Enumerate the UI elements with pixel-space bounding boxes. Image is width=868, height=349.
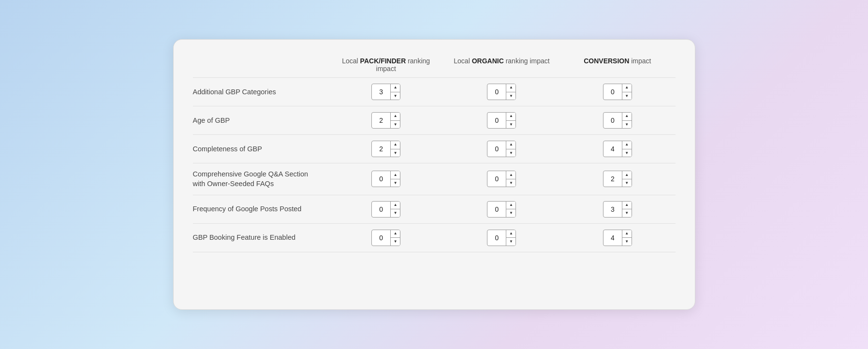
row-cell-pack-finder-3: 0 ▲ ▼ [328, 171, 444, 187]
spinner-conversion-0[interactable]: 0 ▲ ▼ [603, 84, 632, 100]
spinner-pack-finder-0[interactable]: 3 ▲ ▼ [371, 84, 400, 100]
spinner-organic-1[interactable]: 0 ▲ ▼ [487, 112, 516, 129]
spinner-up-conversion-3[interactable]: ▲ [622, 171, 632, 179]
spinner-organic-0[interactable]: 0 ▲ ▼ [487, 84, 516, 100]
spinner-value-pack-finder-2: 2 [372, 145, 390, 153]
spinner-up-pack-finder-1[interactable]: ▲ [391, 112, 400, 121]
spinner-arrows-pack-finder-2[interactable]: ▲ ▼ [390, 141, 400, 157]
spinner-arrows-pack-finder-5[interactable]: ▲ ▼ [390, 230, 400, 246]
spinner-up-conversion-0[interactable]: ▲ [622, 84, 632, 92]
spinner-down-organic-3[interactable]: ▼ [506, 179, 515, 188]
spinner-down-organic-4[interactable]: ▼ [506, 209, 515, 218]
spinner-down-pack-finder-0[interactable]: ▼ [391, 92, 400, 101]
spinner-organic-2[interactable]: 0 ▲ ▼ [487, 141, 516, 157]
spinner-up-conversion-1[interactable]: ▲ [622, 112, 632, 121]
spinner-up-organic-2[interactable]: ▲ [506, 141, 515, 149]
row-cell-organic-4: 0 ▲ ▼ [444, 201, 559, 218]
spinner-down-pack-finder-3[interactable]: ▼ [391, 179, 400, 188]
spinner-pack-finder-4[interactable]: 0 ▲ ▼ [371, 201, 400, 218]
spinner-up-organic-5[interactable]: ▲ [506, 230, 515, 238]
spinner-down-conversion-5[interactable]: ▼ [622, 238, 632, 246]
spinner-up-pack-finder-3[interactable]: ▲ [391, 171, 400, 179]
header-conversion-bold: CONVERSION [584, 57, 629, 65]
spinner-down-pack-finder-1[interactable]: ▼ [391, 121, 400, 129]
spinner-arrows-pack-finder-0[interactable]: ▲ ▼ [390, 84, 400, 100]
row-label-1: Age of GBP [193, 116, 328, 125]
table-row: GBP Booking Feature is Enabled 0 ▲ ▼ 0 ▲… [193, 223, 676, 252]
spinner-up-organic-0[interactable]: ▲ [506, 84, 515, 92]
spinner-arrows-conversion-3[interactable]: ▲ ▼ [622, 171, 632, 187]
spinner-arrows-conversion-0[interactable]: ▲ ▼ [622, 84, 632, 100]
spinner-arrows-organic-0[interactable]: ▲ ▼ [506, 84, 515, 100]
row-cell-organic-5: 0 ▲ ▼ [444, 230, 559, 246]
row-cell-pack-finder-0: 3 ▲ ▼ [328, 84, 444, 100]
spinner-up-organic-1[interactable]: ▲ [506, 112, 515, 121]
spinner-value-conversion-4: 3 [603, 205, 622, 213]
spinner-down-organic-1[interactable]: ▼ [506, 121, 515, 129]
row-cell-organic-2: 0 ▲ ▼ [444, 141, 559, 157]
table-row: Age of GBP 2 ▲ ▼ 0 ▲ ▼ [193, 106, 676, 134]
row-cell-conversion-0: 0 ▲ ▼ [559, 84, 675, 100]
spinner-value-conversion-1: 0 [603, 116, 622, 124]
row-label-4: Frequency of Google Posts Posted [193, 204, 328, 214]
spinner-pack-finder-5[interactable]: 0 ▲ ▼ [371, 230, 400, 246]
spinner-down-conversion-2[interactable]: ▼ [622, 149, 632, 158]
spinner-pack-finder-3[interactable]: 0 ▲ ▼ [371, 171, 400, 187]
spinner-up-pack-finder-4[interactable]: ▲ [391, 201, 400, 210]
spinner-pack-finder-2[interactable]: 2 ▲ ▼ [371, 141, 400, 157]
spinner-up-organic-3[interactable]: ▲ [506, 171, 515, 179]
main-card: Local PACK/FINDER ranking impact Local O… [173, 39, 695, 310]
row-label-2: Completeness of GBP [193, 144, 328, 154]
spinner-organic-5[interactable]: 0 ▲ ▼ [487, 230, 516, 246]
row-cell-organic-1: 0 ▲ ▼ [444, 112, 559, 129]
spinner-up-pack-finder-2[interactable]: ▲ [391, 141, 400, 149]
spinner-arrows-pack-finder-3[interactable]: ▲ ▼ [390, 171, 400, 187]
spinner-down-conversion-4[interactable]: ▼ [622, 209, 632, 218]
spinner-arrows-organic-1[interactable]: ▲ ▼ [506, 112, 515, 129]
spinner-down-organic-0[interactable]: ▼ [506, 92, 515, 101]
spinner-up-conversion-4[interactable]: ▲ [622, 201, 632, 210]
spinner-down-conversion-3[interactable]: ▼ [622, 179, 632, 188]
spinner-arrows-conversion-5[interactable]: ▲ ▼ [622, 230, 632, 246]
spinner-conversion-3[interactable]: 2 ▲ ▼ [603, 171, 632, 187]
spinner-arrows-pack-finder-1[interactable]: ▲ ▼ [390, 112, 400, 129]
spinner-down-pack-finder-5[interactable]: ▼ [391, 238, 400, 246]
header-conversion-suffix: impact [629, 57, 651, 65]
spinner-down-organic-5[interactable]: ▼ [506, 238, 515, 246]
row-cell-conversion-3: 2 ▲ ▼ [559, 171, 675, 187]
spinner-down-conversion-1[interactable]: ▼ [622, 121, 632, 129]
spinner-arrows-organic-3[interactable]: ▲ ▼ [506, 171, 515, 187]
spinner-up-conversion-5[interactable]: ▲ [622, 230, 632, 238]
spinner-value-organic-0: 0 [487, 88, 506, 96]
spinner-arrows-organic-5[interactable]: ▲ ▼ [506, 230, 515, 246]
spinner-up-conversion-2[interactable]: ▲ [622, 141, 632, 149]
spinner-organic-4[interactable]: 0 ▲ ▼ [487, 201, 516, 218]
spinner-arrows-pack-finder-4[interactable]: ▲ ▼ [390, 201, 400, 218]
table-body: Additional GBP Categories 3 ▲ ▼ 0 ▲ ▼ [193, 77, 676, 252]
spinner-arrows-conversion-4[interactable]: ▲ ▼ [622, 201, 632, 218]
row-cell-conversion-2: 4 ▲ ▼ [559, 141, 675, 157]
spinner-arrows-organic-4[interactable]: ▲ ▼ [506, 201, 515, 218]
header-organic-bold: ORGANIC [472, 57, 504, 65]
spinner-up-pack-finder-5[interactable]: ▲ [391, 230, 400, 238]
spinner-down-pack-finder-4[interactable]: ▼ [391, 209, 400, 218]
spinner-up-pack-finder-0[interactable]: ▲ [391, 84, 400, 92]
spinner-down-conversion-0[interactable]: ▼ [622, 92, 632, 101]
spinner-conversion-5[interactable]: 4 ▲ ▼ [603, 230, 632, 246]
spinner-conversion-1[interactable]: 0 ▲ ▼ [603, 112, 632, 129]
spinner-down-organic-2[interactable]: ▼ [506, 149, 515, 158]
spinner-down-pack-finder-2[interactable]: ▼ [391, 149, 400, 158]
spinner-organic-3[interactable]: 0 ▲ ▼ [487, 171, 516, 187]
spinner-arrows-organic-2[interactable]: ▲ ▼ [506, 141, 515, 157]
spinner-value-conversion-5: 4 [603, 234, 622, 242]
table-row: Frequency of Google Posts Posted 0 ▲ ▼ 0… [193, 195, 676, 223]
spinner-conversion-4[interactable]: 3 ▲ ▼ [603, 201, 632, 218]
spinner-pack-finder-1[interactable]: 2 ▲ ▼ [371, 112, 400, 129]
spinner-value-pack-finder-3: 0 [372, 175, 390, 183]
spinner-arrows-conversion-1[interactable]: ▲ ▼ [622, 112, 632, 129]
spinner-up-organic-4[interactable]: ▲ [506, 201, 515, 210]
spinner-arrows-conversion-2[interactable]: ▲ ▼ [622, 141, 632, 157]
header-col-conversion: CONVERSION impact [559, 57, 675, 73]
spinner-value-organic-2: 0 [487, 145, 506, 153]
spinner-conversion-2[interactable]: 4 ▲ ▼ [603, 141, 632, 157]
